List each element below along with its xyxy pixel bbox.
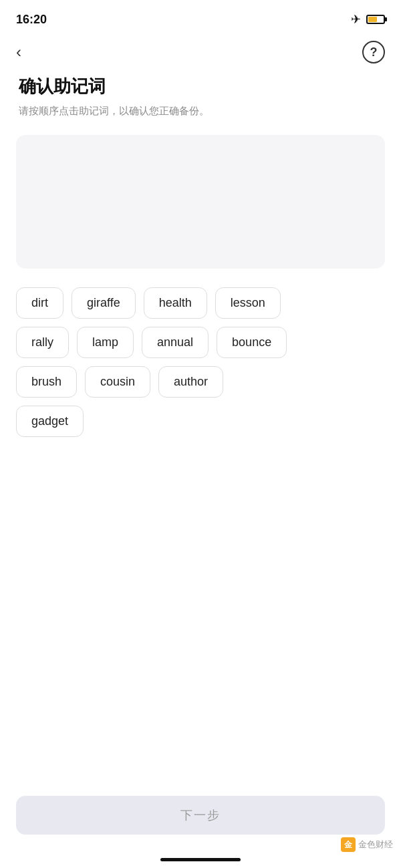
word-chip-lamp[interactable]: lamp <box>77 327 134 358</box>
page-subtitle: 请按顺序点击助记词，以确认您正确备份。 <box>19 104 382 119</box>
next-button[interactable]: 下一步 <box>16 796 385 835</box>
status-bar: 16:20 ✈ <box>0 0 401 35</box>
word-chip-gadget[interactable]: gadget <box>16 406 84 437</box>
watermark-logo: 金 <box>341 837 356 852</box>
word-chip-bounce[interactable]: bounce <box>217 327 287 358</box>
word-chip-rally[interactable]: rally <box>16 327 69 358</box>
nav-bar: ‹ ? <box>0 35 401 69</box>
airplane-icon: ✈ <box>351 12 361 27</box>
word-chip-author[interactable]: author <box>158 366 223 398</box>
words-row-4: gadget <box>16 406 385 437</box>
words-row-1: dirt giraffe health lesson <box>16 287 385 319</box>
page-header: 确认助记词 请按顺序点击助记词，以确认您正确备份。 <box>0 69 401 130</box>
word-chip-cousin[interactable]: cousin <box>85 366 150 398</box>
status-icons: ✈ <box>351 12 385 27</box>
watermark-text: 金色财经 <box>358 839 393 851</box>
words-row-3: brush cousin author <box>16 366 385 398</box>
word-chip-brush[interactable]: brush <box>16 366 77 398</box>
word-chip-lesson[interactable]: lesson <box>215 287 281 319</box>
word-chip-annual[interactable]: annual <box>142 327 209 358</box>
word-chip-giraffe[interactable]: giraffe <box>72 287 136 319</box>
battery-fill <box>368 17 377 22</box>
battery-icon <box>366 15 385 24</box>
answer-area <box>16 135 385 269</box>
status-time: 16:20 <box>16 13 47 27</box>
page-title: 确认助记词 <box>19 75 382 98</box>
bottom-area: 下一步 <box>0 796 401 835</box>
words-section: dirt giraffe health lesson rally lamp an… <box>0 282 401 450</box>
help-button[interactable]: ? <box>362 41 385 63</box>
back-button[interactable]: ‹ <box>16 40 27 64</box>
battery-body <box>366 15 385 24</box>
words-row-2: rally lamp annual bounce <box>16 327 385 358</box>
word-chip-dirt[interactable]: dirt <box>16 287 63 319</box>
watermark: 金 金色财经 <box>341 837 393 852</box>
word-chip-health[interactable]: health <box>144 287 207 319</box>
home-indicator <box>160 858 241 861</box>
